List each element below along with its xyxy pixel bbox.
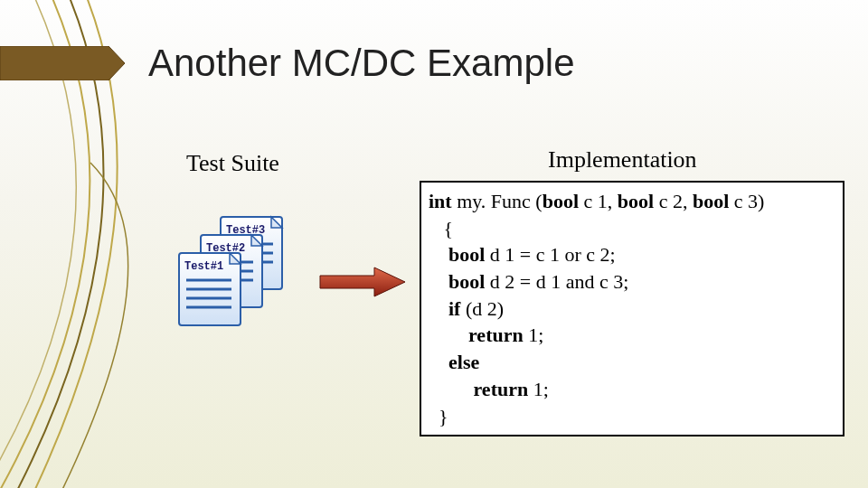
- test-icons-stack: Test#3 Test#2 Test#1: [172, 213, 307, 331]
- svg-text:Test#1: Test#1: [184, 260, 223, 273]
- title-row: Another MC/DC Example: [0, 42, 575, 85]
- svg-marker-0: [0, 46, 125, 80]
- code-box: int my. Func (bool c 1, bool c 2, bool c…: [420, 181, 844, 436]
- implementation-heading: Implementation: [548, 146, 697, 174]
- code-signature: int my. Func (bool c 1, bool c 2, bool c…: [429, 188, 835, 215]
- test-suite-heading: Test Suite: [186, 150, 279, 177]
- hex-marker-icon: [0, 46, 127, 80]
- code-close-brace: }: [429, 403, 835, 430]
- code-line-return2: return 1;: [429, 376, 835, 403]
- svg-marker-20: [320, 267, 405, 296]
- code-line-d1: bool d 1 = c 1 or c 2;: [429, 241, 835, 268]
- code-line-else: else: [429, 349, 835, 376]
- test1-card: Test#1: [179, 253, 241, 325]
- code-line-d2: bool d 2 = d 1 and c 3;: [429, 268, 835, 296]
- code-line-if: if (d 2): [429, 296, 835, 323]
- code-line-return1: return 1;: [429, 322, 835, 349]
- slide-title: Another MC/DC Example: [148, 42, 575, 85]
- code-open-brace: {: [429, 215, 835, 242]
- arrow-icon: [318, 266, 409, 298]
